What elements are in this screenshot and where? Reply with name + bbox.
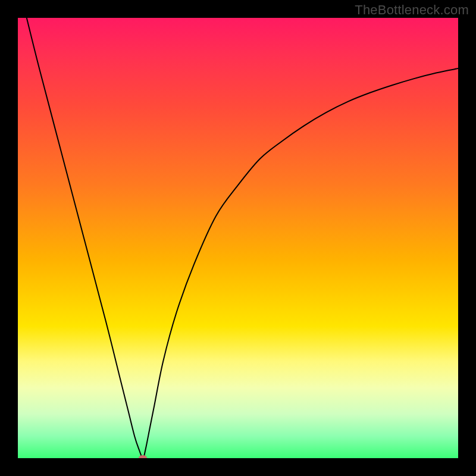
minimum-marker xyxy=(139,455,147,458)
plot-area xyxy=(18,18,458,458)
curve-layer xyxy=(18,18,458,458)
watermark-text: TheBottleneck.com xyxy=(355,2,469,18)
bottleneck-curve xyxy=(27,18,458,458)
chart-frame: TheBottleneck.com xyxy=(0,0,476,476)
